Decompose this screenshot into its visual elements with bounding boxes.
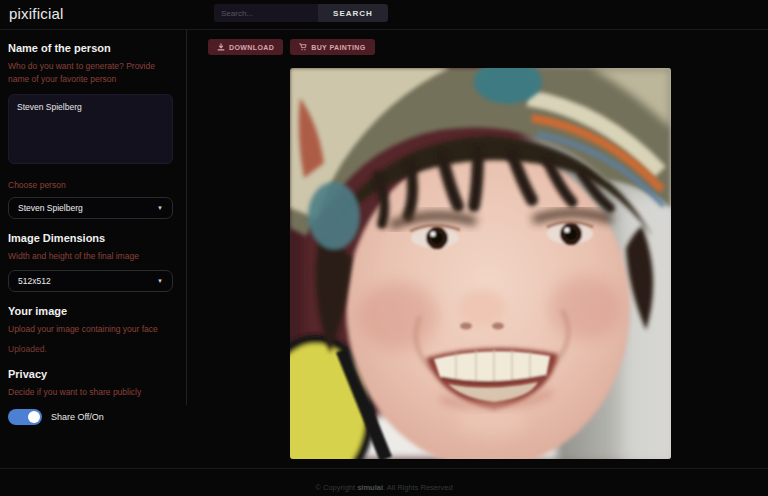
choose-person-label: Choose person	[8, 180, 178, 190]
app-logo: pixificial	[9, 5, 64, 22]
person-select[interactable]: Steven Spielberg ▼	[8, 197, 173, 219]
upload-status: Uploaded.	[8, 344, 178, 354]
search-bar: SEARCH	[214, 4, 388, 22]
chevron-down-icon: ▼	[157, 205, 163, 211]
share-toggle-label: Share Off/On	[51, 412, 104, 422]
copyright-prefix: © Copyright	[315, 483, 357, 492]
download-button[interactable]: DOWNLOAD	[208, 39, 283, 55]
buy-painting-button-label: BUY PAINTING	[311, 44, 365, 51]
sidebar: Name of the person Who do you want to ge…	[0, 30, 187, 405]
generated-photo	[290, 68, 671, 459]
search-input[interactable]	[214, 4, 318, 22]
toggle-knob	[28, 411, 40, 423]
dimensions-select-value: 512x512	[18, 276, 51, 286]
buy-painting-button[interactable]: BUY PAINTING	[290, 39, 374, 55]
action-button-row: DOWNLOAD BUY PAINTING	[208, 39, 375, 55]
cart-icon	[299, 43, 307, 51]
privacy-section-title: Privacy	[8, 368, 178, 380]
footer-copyright: © Copyright simulai. All Rights Reserved	[0, 483, 768, 492]
copyright-suffix: . All Rights Reserved	[383, 483, 453, 492]
share-toggle[interactable]	[8, 409, 42, 425]
download-icon	[217, 43, 225, 51]
person-name-input[interactable]: Steven Spielberg	[8, 94, 173, 164]
your-image-description: Upload your image containing your face	[8, 323, 178, 336]
dimensions-section-description: Width and height of the final image	[8, 250, 178, 263]
footer-brand: simulai	[357, 483, 383, 492]
share-toggle-row: Share Off/On	[8, 409, 178, 425]
dimensions-section-title: Image Dimensions	[8, 232, 178, 244]
top-bar: pixificial SEARCH	[0, 0, 768, 30]
search-button[interactable]: SEARCH	[318, 4, 388, 22]
name-section-title: Name of the person	[8, 42, 178, 54]
your-image-section-title: Your image	[8, 305, 178, 317]
name-section-description: Who do you want to generate? Provide nam…	[8, 60, 178, 86]
photo-illustration	[290, 68, 671, 459]
person-select-value: Steven Spielberg	[18, 203, 83, 213]
download-button-label: DOWNLOAD	[229, 44, 274, 51]
dimensions-select[interactable]: 512x512 ▼	[8, 270, 173, 292]
app-window: pixificial SEARCH Name of the person Who…	[0, 0, 768, 496]
chevron-down-icon: ▼	[157, 278, 163, 284]
footer-divider	[0, 468, 768, 469]
privacy-description: Decide if you want to share publicly	[8, 386, 178, 399]
